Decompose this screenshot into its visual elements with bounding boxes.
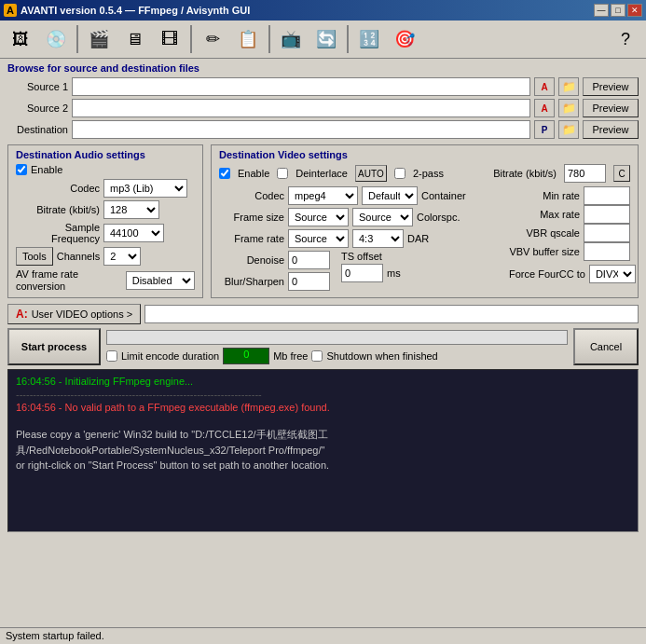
- colorspc-label: Colorspc.: [417, 212, 460, 223]
- audio-codec-row: Codec mp3 (Lib) aac ac3: [16, 179, 195, 198]
- toolbar-btn-2[interactable]: 🎬: [82, 23, 116, 55]
- toolbar-btn-3[interactable]: 🖥: [117, 23, 151, 55]
- auto-button[interactable]: AUTO: [355, 165, 387, 182]
- framerate-row: Frame rate Source 23.976 25 29.97 4:3 16…: [219, 229, 503, 248]
- audio-channels-select[interactable]: 2 1 4 6: [103, 247, 141, 266]
- framesize-select2[interactable]: Source Custom: [352, 208, 413, 226]
- video-panel-title: Destination Video settings: [219, 149, 630, 160]
- toolbar-btn-9[interactable]: 🔢: [352, 23, 386, 55]
- destination-preview-button[interactable]: Preview: [583, 120, 639, 139]
- maxrate-input[interactable]: [584, 205, 630, 224]
- source1-a-button[interactable]: A: [534, 77, 555, 96]
- main-content: Browse for source and destination files …: [0, 59, 646, 536]
- source1-row: Source 1 A 📁 Preview: [7, 77, 639, 96]
- title-bar-left: A AVANTI version 0.5.4 — FFmpeg / Avisyn…: [4, 4, 250, 17]
- status-bar: System startup failed.: [0, 627, 646, 644]
- dar-select[interactable]: 4:3 16:9 Custom: [352, 229, 404, 248]
- user-video-input[interactable]: [144, 305, 639, 323]
- minrate-label: Min rate: [509, 190, 580, 201]
- toolbar-btn-4[interactable]: 🎞: [153, 23, 186, 55]
- maximize-button[interactable]: □: [611, 4, 625, 17]
- ts-input[interactable]: [341, 264, 383, 282]
- destination-folder-button[interactable]: 📁: [558, 120, 579, 139]
- source1-preview-button[interactable]: Preview: [583, 77, 639, 96]
- destination-p-button[interactable]: P: [534, 120, 555, 139]
- audio-enable-row: Enable: [16, 164, 195, 175]
- settings-row: Destination Audio settings Enable Codec …: [7, 144, 639, 298]
- toolbar-btn-1[interactable]: 💿: [39, 23, 73, 55]
- audio-bitrate-label: Bitrate (kbit/s): [16, 204, 100, 215]
- source1-label: Source 1: [7, 81, 68, 92]
- destination-input[interactable]: [72, 120, 530, 139]
- force-fourcc-select[interactable]: DIVX XVID DX50: [589, 265, 636, 283]
- audio-tools-button[interactable]: Tools: [16, 247, 53, 266]
- mb-free-label: Mb free: [273, 350, 308, 362]
- av-frame-select[interactable]: Disabled Enabled: [126, 271, 195, 290]
- video-codec-select[interactable]: mpeg4 x264 xvid: [288, 186, 358, 205]
- toolbar-btn-8[interactable]: 🔄: [309, 23, 343, 55]
- user-video-row: A: User VIDEO options >: [7, 304, 639, 324]
- denoise-section: Denoise Blur/Sharpen: [219, 251, 330, 294]
- vbv-input[interactable]: [584, 242, 630, 261]
- framesize-select1[interactable]: Source Custom: [288, 208, 349, 226]
- help-button[interactable]: ?: [609, 23, 642, 55]
- audio-codec-select[interactable]: mp3 (Lib) aac ac3: [103, 179, 187, 198]
- start-process-button[interactable]: Start process: [7, 328, 101, 365]
- toolbar-btn-10[interactable]: 🎯: [388, 23, 421, 55]
- audio-enable-checkbox[interactable]: [16, 164, 27, 175]
- browse-section: Browse for source and destination files …: [7, 62, 639, 139]
- title-bar: A AVANTI version 0.5.4 — FFmpeg / Avisyn…: [0, 0, 646, 21]
- framerate-select[interactable]: Source 23.976 25 29.97: [288, 229, 349, 248]
- video-top-row: Enable Deinterlace AUTO 2-pass Bitrate (…: [219, 164, 630, 183]
- audio-freq-select[interactable]: 44100 22050 48000: [103, 224, 164, 242]
- toolbar-btn-7[interactable]: 📺: [274, 23, 308, 55]
- process-row: Start process Limit encode duration 0 Mb…: [7, 328, 639, 365]
- minimize-button[interactable]: —: [594, 4, 609, 17]
- source1-input[interactable]: [72, 77, 530, 96]
- user-video-button[interactable]: A: User VIDEO options >: [7, 304, 141, 324]
- toolbar-btn-5[interactable]: ✏: [196, 23, 229, 55]
- audio-bitrate-select[interactable]: 128 64 96 192: [103, 200, 159, 219]
- source2-a-button[interactable]: A: [534, 99, 555, 117]
- cancel-button[interactable]: Cancel: [573, 328, 639, 365]
- log-line-0: 16:04:56 - Initializing FFmpeg engine...: [16, 376, 630, 387]
- video-default-select[interactable]: Default Custom: [362, 186, 418, 205]
- encode-row: Limit encode duration 0 Mb free Shutdown…: [106, 348, 568, 364]
- denoise-input[interactable]: [288, 251, 330, 269]
- audio-enable-label: Enable: [31, 164, 62, 175]
- destination-label: Destination: [7, 124, 68, 135]
- audio-panel: Destination Audio settings Enable Codec …: [7, 144, 203, 298]
- video-codec-row: Codec mpeg4 x264 xvid Default Custom Con…: [219, 186, 503, 205]
- framesize-row: Frame size Source Custom Source Custom C…: [219, 208, 503, 226]
- source1-folder-button[interactable]: 📁: [558, 77, 579, 96]
- force-fourcc-row: Force FourCC to DIVX XVID DX50: [509, 265, 630, 283]
- vbr-input[interactable]: [584, 224, 630, 242]
- video-enable-checkbox[interactable]: [219, 168, 230, 179]
- video-left-col: Codec mpeg4 x264 xvid Default Custom Con…: [219, 186, 503, 294]
- source2-input[interactable]: [72, 99, 530, 117]
- framerate-label: Frame rate: [219, 233, 284, 244]
- log-area[interactable]: 16:04:56 - Initializing FFmpeg engine...…: [7, 369, 639, 532]
- twopass-checkbox[interactable]: [394, 168, 405, 179]
- c-button[interactable]: C: [613, 165, 630, 182]
- app-icon: A: [4, 4, 17, 17]
- source2-folder-button[interactable]: 📁: [558, 99, 579, 117]
- bitrate-input[interactable]: [564, 164, 606, 183]
- title-bar-title: AVANTI version 0.5.4 — FFmpeg / Avisynth…: [21, 5, 250, 16]
- shutdown-checkbox[interactable]: [311, 350, 323, 362]
- title-bar-controls[interactable]: — □ ✕: [594, 4, 642, 17]
- video-codec-label: Codec: [219, 190, 284, 201]
- minrate-input[interactable]: [584, 186, 630, 205]
- deinterlace-checkbox[interactable]: [277, 168, 288, 179]
- destination-row: Destination P 📁 Preview: [7, 120, 639, 139]
- video-panel: Destination Video settings Enable Deinte…: [211, 144, 639, 298]
- blur-input[interactable]: [288, 272, 330, 291]
- log-line-3: or right-click on "Start Process" button…: [16, 459, 630, 471]
- log-line-1: Please copy a 'generic' Win32 build to "…: [16, 428, 630, 442]
- toolbar-btn-6[interactable]: 📋: [231, 23, 265, 55]
- toolbar-btn-0[interactable]: 🖼: [4, 23, 37, 55]
- limit-encode-checkbox[interactable]: [106, 350, 117, 362]
- close-button[interactable]: ✕: [627, 4, 642, 17]
- source2-preview-button[interactable]: Preview: [583, 99, 639, 117]
- audio-codec-label: Codec: [16, 183, 100, 194]
